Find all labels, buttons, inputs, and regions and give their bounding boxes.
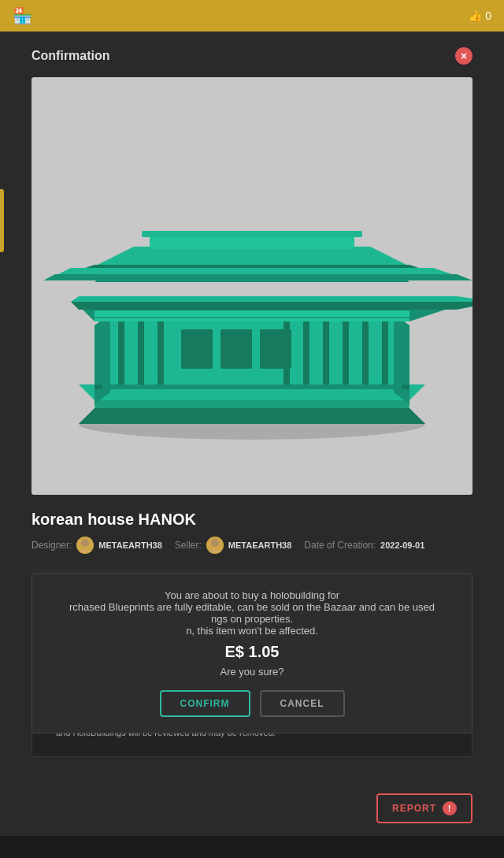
- svg-marker-6: [94, 314, 110, 404]
- seller-label: Seller:: [175, 540, 202, 551]
- disclaimer-item-3b: ngs on properties.: [211, 613, 293, 625]
- building-3d-render: [32, 77, 472, 495]
- svg-rect-9: [138, 318, 144, 388]
- svg-rect-16: [382, 318, 388, 388]
- designer-name: METAEARTH38: [98, 540, 161, 550]
- svg-rect-31: [181, 329, 213, 369]
- svg-rect-12: [303, 318, 309, 388]
- confirmation-dialog: Confirmation ×: [0, 32, 504, 781]
- top-bar: 🏪 👍 0: [0, 0, 504, 32]
- report-label: REPORT: [392, 803, 436, 814]
- report-button[interactable]: REPORT !: [376, 793, 472, 823]
- thumb-icon: 👍: [469, 9, 482, 22]
- svg-marker-7: [394, 314, 410, 404]
- svg-rect-10: [158, 318, 164, 388]
- seller-avatar: [206, 537, 224, 554]
- confirm-overlay-text: You are about to buy a holobuilding for …: [48, 589, 456, 637]
- svg-rect-15: [362, 318, 369, 388]
- shop-icon: 🏪: [13, 6, 32, 25]
- svg-rect-34: [110, 384, 394, 389]
- product-meta: Designer: METAEARTH38 Seller: METAEARTH3…: [32, 537, 472, 554]
- disclaimer-item-4: n, this item won't be affected.: [186, 625, 318, 637]
- seller-meta: Seller: METAEARTH38: [175, 537, 292, 554]
- designer-label: Designer:: [32, 540, 72, 551]
- svg-rect-36: [402, 384, 410, 389]
- confirm-buttons: CONFIRM CANCEL: [48, 690, 456, 717]
- svg-rect-8: [118, 318, 124, 388]
- svg-marker-3: [79, 408, 425, 424]
- dialog-header: Confirmation ×: [32, 47, 472, 65]
- svg-rect-14: [343, 318, 349, 388]
- disclaimer-item-3: rchased Blueprints are fully editable, c…: [69, 601, 435, 613]
- product-image: [32, 77, 472, 495]
- left-accent: [0, 189, 4, 252]
- svg-marker-26: [43, 274, 472, 280]
- divider-1: [32, 570, 472, 570]
- notification-count: 0: [485, 9, 491, 22]
- svg-rect-35: [94, 384, 102, 389]
- dialog-title: Confirmation: [32, 49, 110, 63]
- confirm-overlay: You are about to buy a holobuilding for …: [32, 573, 472, 734]
- svg-marker-20: [71, 296, 472, 302]
- confirm-button[interactable]: CONFIRM: [160, 690, 250, 717]
- svg-rect-33: [260, 329, 291, 369]
- cancel-button[interactable]: CANCEL: [260, 690, 345, 717]
- svg-marker-23: [94, 247, 410, 266]
- top-bar-right: 👍 0: [469, 9, 491, 22]
- confirm-price: E$ 1.05: [48, 643, 456, 661]
- svg-rect-32: [220, 329, 252, 369]
- date-label: Date of Creation:: [304, 540, 376, 551]
- designer-meta: Designer: METAEARTH38: [32, 537, 162, 554]
- svg-marker-19: [71, 302, 472, 310]
- seller-name: METAEARTH38: [228, 540, 291, 550]
- report-icon: !: [443, 801, 457, 815]
- close-button[interactable]: ×: [455, 47, 472, 65]
- designer-avatar: [76, 537, 94, 554]
- confirm-sure-text: Are you sure?: [48, 666, 456, 678]
- svg-rect-13: [323, 318, 329, 388]
- footer-area: REPORT !: [0, 781, 504, 836]
- svg-rect-28: [142, 231, 362, 237]
- product-title: korean house HANOK: [32, 511, 472, 529]
- date-value: 2022-09-01: [380, 540, 424, 550]
- date-meta: Date of Creation: 2022-09-01: [304, 540, 424, 551]
